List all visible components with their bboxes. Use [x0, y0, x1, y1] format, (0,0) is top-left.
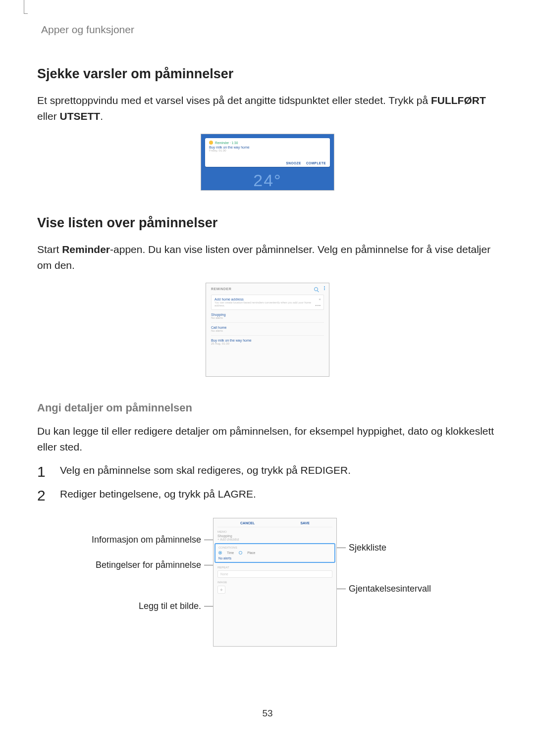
tip-title: Add home address	[214, 298, 321, 301]
text: .	[253, 488, 256, 500]
repeat-field[interactable]: None	[217, 570, 332, 578]
section-title-check-alerts: Sjekke varsler om påminnelser	[37, 66, 498, 82]
add-checklist-link[interactable]: + Add checklist	[217, 538, 332, 541]
step-number: 2	[37, 488, 48, 503]
bold-text: UTSETT	[60, 110, 101, 122]
list-item-title: Shopping	[211, 313, 324, 316]
callout-right-repeat: Gjentakelsesintervall	[337, 584, 431, 594]
callout-left-info: Informasjon om påminnelse	[92, 535, 213, 545]
list-item-sub: No alerts	[211, 316, 324, 319]
section1-paragraph: Et sprettoppvindu med et varsel vises på…	[37, 93, 498, 124]
list-item-title: Call home	[211, 326, 324, 329]
bold-text: FULLFØRT	[431, 95, 486, 106]
callout-label: Betingelser for påminnelse	[96, 560, 201, 570]
callout-line	[204, 565, 213, 565]
close-icon[interactable]: ×	[319, 297, 321, 302]
text: Start	[37, 244, 62, 255]
save-button[interactable]: SAVE	[300, 521, 310, 525]
figure-edit-reminder: CANCEL SAVE MEMO Shopping + Add checklis…	[213, 518, 337, 647]
conditions-highlight: CONDITIONS Time Place No alerts	[214, 543, 335, 563]
app-title: REMINDER	[211, 287, 231, 291]
memo-section-label: MEMO	[217, 530, 332, 533]
figure-reminder-list: REMINDER × ••• Add home address You can …	[206, 283, 329, 377]
complete-button[interactable]: COMPLETE	[306, 161, 326, 165]
page-number: 53	[0, 708, 535, 719]
callout-label: Legg til et bilde.	[139, 601, 201, 611]
ellipsis-icon[interactable]: •••	[316, 303, 321, 307]
text: .	[348, 464, 351, 476]
callout-label: Informasjon om påminnelse	[92, 535, 201, 545]
bold-text: Reminder	[62, 244, 110, 255]
more-icon[interactable]	[324, 286, 325, 290]
breadcrumb: Apper og funksjoner	[41, 24, 498, 36]
callout-line	[204, 540, 213, 540]
tip-card[interactable]: × ••• Add home address You can create lo…	[211, 295, 324, 310]
step-item: 2 Rediger betingelsene, og trykk på LAGR…	[37, 488, 498, 503]
radio-place[interactable]	[239, 551, 242, 554]
radio-place-label: Place	[247, 551, 255, 554]
reminder-icon	[209, 141, 213, 145]
notification-card: Reminder · 1:30 Buy milk on the way home…	[205, 138, 330, 167]
section-title-view-list: Vise listen over påminnelser	[37, 215, 498, 231]
text: Velg en påminnelse som skal redigeres, o…	[60, 464, 301, 476]
search-icon[interactable]	[314, 287, 318, 291]
step-number: 1	[37, 464, 48, 479]
callout-line	[204, 606, 213, 606]
list-item[interactable]: Shopping No alerts	[211, 310, 324, 323]
bold-text: LAGRE	[218, 488, 253, 500]
tip-subtitle: You can create location-based reminders …	[214, 301, 321, 307]
text: Et sprettoppvindu med et varsel vises på…	[37, 95, 431, 106]
text: eller	[37, 110, 60, 122]
list-item[interactable]: Buy milk on the way home 25 Aug, 01:30	[211, 336, 324, 348]
no-alerts-text: No alerts	[218, 556, 331, 560]
step-item: 1 Velg en påminnelse som skal redigeres,…	[37, 464, 498, 479]
callout-right-checklist: Sjekkliste	[337, 543, 386, 553]
memo-value[interactable]: Shopping	[217, 534, 332, 538]
list-item-sub: 25 Aug, 01:30	[211, 342, 324, 345]
snooze-button[interactable]: SNOOZE	[286, 161, 301, 165]
background-temperature: 24°	[201, 171, 334, 190]
callout-left-conditions: Betingelser for påminnelse	[96, 560, 213, 570]
figure-notification-popup: Reminder · 1:30 Buy milk on the way home…	[201, 134, 334, 191]
radio-time[interactable]	[218, 551, 222, 554]
page-tab-mark	[24, 0, 28, 14]
text: Rediger betingelsene, og trykk på	[60, 488, 218, 500]
radio-time-label: Time	[227, 551, 234, 554]
section3-paragraph: Du kan legge til eller redigere detaljer…	[37, 423, 498, 454]
callout-label: Sjekkliste	[349, 543, 386, 553]
cancel-button[interactable]: CANCEL	[240, 521, 255, 525]
conditions-section-label: CONDITIONS	[218, 546, 331, 549]
section2-paragraph: Start Reminder-appen. Du kan vise listen…	[37, 242, 498, 273]
bold-text: REDIGER	[301, 464, 348, 476]
callout-left-image: Legg til et bilde.	[139, 601, 213, 611]
callout-line	[337, 548, 346, 548]
notif-subtitle: Friday, 01:30	[209, 149, 326, 152]
list-item[interactable]: Call home No alerts	[211, 323, 324, 336]
image-section-label: IMAGE	[217, 581, 332, 584]
list-item-sub: No alerts	[211, 329, 324, 332]
subsection-title-details: Angi detaljer om påminnelsen	[37, 402, 498, 414]
notif-title: Buy milk on the way home	[209, 146, 326, 149]
add-image-button[interactable]: +	[217, 586, 225, 594]
repeat-section-label: REPEAT	[217, 566, 332, 569]
notif-app-label: Reminder · 1:30	[215, 141, 238, 145]
list-item-title: Buy milk on the way home	[211, 339, 324, 342]
callout-line	[337, 589, 346, 589]
callout-label: Gjentakelsesintervall	[349, 584, 431, 594]
text: .	[100, 110, 103, 122]
